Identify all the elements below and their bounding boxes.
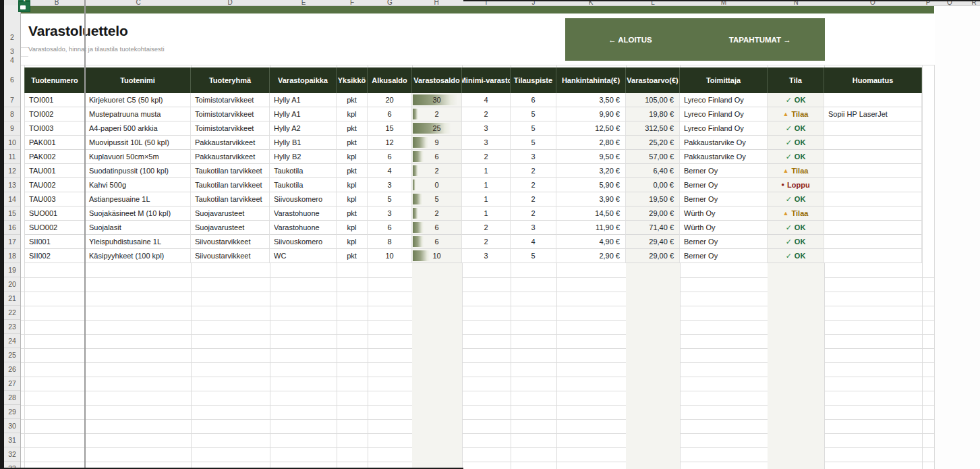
cell-location[interactable]: Siivouskomero <box>270 192 337 206</box>
row-number-17[interactable]: 17 <box>4 235 20 249</box>
cell-price[interactable]: 5,90 € <box>556 178 626 192</box>
cell-supplier[interactable]: Pakkaustarvike Oy <box>680 150 768 164</box>
cell-price[interactable]: 2,90 € <box>556 249 626 263</box>
cell-stock[interactable]: 10 <box>412 249 462 263</box>
cell-name[interactable]: Kuplavuori 50cm×5m <box>85 150 191 164</box>
cell-id[interactable]: TAU002 <box>24 178 85 192</box>
row-number-7[interactable]: 7 <box>4 93 20 107</box>
column-header-name[interactable]: Tuotenimi <box>85 67 191 93</box>
row-number-20[interactable]: 20 <box>4 277 20 292</box>
column-header-supplier[interactable]: Toimittaja <box>680 67 768 93</box>
column-letter-C[interactable]: C <box>132 0 144 6</box>
cell-group[interactable]: Siivoustarvikkeet <box>191 249 270 263</box>
cell-min[interactable]: 3 <box>462 136 511 150</box>
cell-value[interactable]: 19,50 € <box>626 192 680 206</box>
cell-reorder[interactable]: 3 <box>511 150 556 164</box>
column-letter-E[interactable]: E <box>297 0 310 6</box>
cell-status[interactable]: ✓OK <box>768 150 824 164</box>
cell-group[interactable]: Pakkaustarvikkeet <box>191 136 270 150</box>
cell-id[interactable]: SUO002 <box>24 221 85 235</box>
cell-unit[interactable]: kpl <box>337 178 368 192</box>
cell-stock[interactable]: 30 <box>412 93 462 107</box>
cell-id[interactable]: PAK002 <box>24 150 85 164</box>
nav-aloitus-link[interactable]: ← ALOITUS <box>565 18 695 61</box>
row-number-29[interactable]: 29 <box>4 405 20 419</box>
cell-stock[interactable]: 6 <box>412 235 462 249</box>
cell-id[interactable]: TOI003 <box>24 121 85 136</box>
cell-group[interactable]: Taukotilan tarvikkeet <box>191 164 270 178</box>
cell-value[interactable]: 29,00 € <box>626 206 680 221</box>
cell-id[interactable]: PAK001 <box>24 136 85 150</box>
cell-location[interactable]: WC <box>270 249 337 263</box>
cell-unit[interactable]: pkt <box>337 206 368 221</box>
cell-value[interactable]: 19,80 € <box>626 107 680 121</box>
cell-name[interactable]: Yleispuhdistusaine 1L <box>85 235 191 249</box>
cell-value[interactable]: 105,00 € <box>626 93 680 107</box>
cell-location[interactable]: Taukotila <box>270 178 337 192</box>
cell-unit[interactable]: pkt <box>337 93 368 107</box>
cell-note[interactable] <box>824 164 922 178</box>
cell-price[interactable]: 3,20 € <box>556 164 626 178</box>
cell-start[interactable]: 15 <box>368 121 412 136</box>
row-number-16[interactable]: 16 <box>4 221 20 235</box>
cell-start[interactable]: 12 <box>368 136 412 150</box>
cell-price[interactable]: 9,90 € <box>556 107 626 121</box>
cell-stock[interactable]: 9 <box>412 136 462 150</box>
cell-start[interactable]: 10 <box>368 249 412 263</box>
cell-value[interactable]: 6,40 € <box>626 164 680 178</box>
cell-supplier[interactable]: Lyreco Finland Oy <box>680 121 768 136</box>
cell-min[interactable]: 2 <box>462 150 511 164</box>
row-number-18[interactable]: 18 <box>4 249 20 263</box>
cell-value[interactable]: 25,20 € <box>626 136 680 150</box>
cell-status[interactable]: ▲Tilaa <box>768 164 824 178</box>
row-number-32[interactable]: 32 <box>4 447 20 462</box>
column-header-location[interactable]: Varastopaikka <box>270 67 337 93</box>
cell-location[interactable]: Varastohuone <box>270 221 337 235</box>
cell-note[interactable] <box>824 178 922 192</box>
cell-location[interactable]: Varastohuone <box>270 206 337 221</box>
cell-start[interactable]: 3 <box>368 178 412 192</box>
cell-status[interactable]: ▲Tilaa <box>768 206 824 221</box>
cell-start[interactable]: 5 <box>368 192 412 206</box>
row-number-9[interactable]: 9 <box>4 121 20 136</box>
column-letter-F[interactable]: F <box>346 0 358 6</box>
row-number-27[interactable]: 27 <box>4 377 20 391</box>
cell-stock[interactable]: 2 <box>412 206 462 221</box>
cell-reorder[interactable]: 6 <box>511 93 556 107</box>
cell-location[interactable]: Hylly A1 <box>270 93 337 107</box>
row-number-21[interactable]: 21 <box>4 292 20 306</box>
cell-status[interactable]: ✓OK <box>768 235 824 249</box>
cell-name[interactable]: Käsipyyhkeet (100 kpl) <box>85 249 191 263</box>
cell-note[interactable] <box>824 150 922 164</box>
cell-status[interactable]: ✓OK <box>768 249 824 263</box>
cell-location[interactable]: Hylly B2 <box>270 150 337 164</box>
column-header-stock[interactable]: Varastosaldo <box>412 67 462 93</box>
cell-location[interactable]: Hylly A2 <box>270 121 337 136</box>
row-number-4[interactable]: 4 <box>4 53 20 67</box>
row-number-6[interactable]: 6 <box>4 73 20 87</box>
cell-min[interactable]: 3 <box>462 249 511 263</box>
cell-reorder[interactable]: 5 <box>511 107 556 121</box>
cell-name[interactable]: Suojalasit <box>85 221 191 235</box>
row-number-28[interactable]: 28 <box>4 391 20 405</box>
cell-value[interactable]: 312,50 € <box>626 121 680 136</box>
cell-note[interactable] <box>824 221 922 235</box>
cell-reorder[interactable]: 5 <box>511 121 556 136</box>
row-number-24[interactable]: 24 <box>4 334 20 348</box>
row-number-13[interactable]: 13 <box>4 178 20 192</box>
row-number-31[interactable]: 31 <box>4 433 20 447</box>
cell-unit[interactable]: pkt <box>337 136 368 150</box>
cell-min[interactable]: 1 <box>462 178 511 192</box>
column-header-id[interactable]: Tuotenumero <box>24 67 85 93</box>
row-number-19[interactable]: 19 <box>4 263 20 277</box>
cell-unit[interactable]: pkt <box>337 164 368 178</box>
cell-stock[interactable]: 6 <box>412 221 462 235</box>
cell-start[interactable]: 6 <box>368 221 412 235</box>
cell-group[interactable]: Siivoustarvikkeet <box>191 235 270 249</box>
cell-name[interactable]: Suodatinpussit (100 kpl) <box>85 164 191 178</box>
cell-value[interactable]: 71,40 € <box>626 221 680 235</box>
cell-name[interactable]: Kahvi 500g <box>85 178 191 192</box>
cell-status[interactable]: ✓OK <box>768 93 824 107</box>
cell-group[interactable]: Taukotilan tarvikkeet <box>191 178 270 192</box>
cell-price[interactable]: 11,90 € <box>556 221 626 235</box>
